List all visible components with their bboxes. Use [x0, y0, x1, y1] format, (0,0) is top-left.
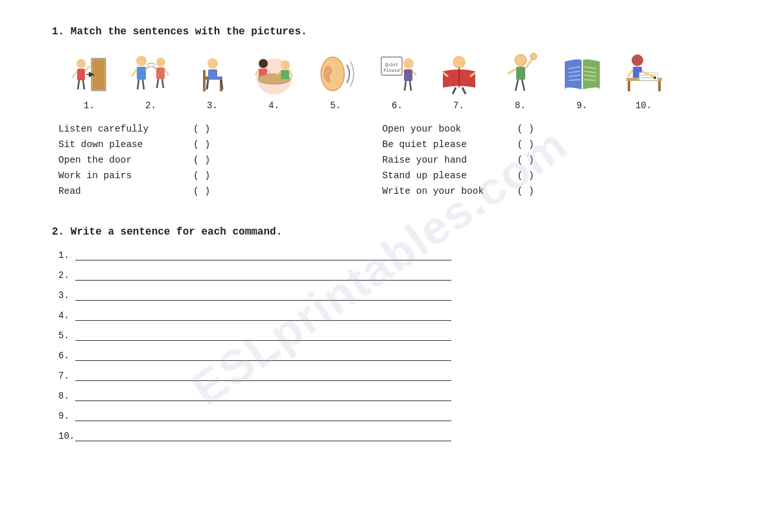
- write-line-row-2: 2.: [58, 270, 706, 281]
- match-bracket-3: ( ): [193, 155, 210, 165]
- svg-rect-4: [77, 69, 85, 80]
- match-row-r1: Open your book ( ): [383, 124, 707, 134]
- match-text-3: Open the door: [58, 155, 188, 165]
- match-bracket-4: ( ): [193, 170, 210, 181]
- svg-line-7: [78, 80, 79, 89]
- line-num-6: 6.: [58, 351, 75, 361]
- svg-line-19: [157, 79, 158, 88]
- svg-line-6: [85, 66, 90, 71]
- write-line-row-9: 9.: [58, 410, 706, 421]
- pic-label-2: 2.: [145, 100, 156, 111]
- pic-label-5: 5.: [330, 100, 341, 111]
- write-input-8[interactable]: [75, 390, 451, 401]
- svg-text:Please: Please: [383, 68, 399, 73]
- match-text-r5: Write on your book: [383, 186, 512, 196]
- section1-title: 1. Match the sentences with the pictures…: [52, 26, 706, 38]
- write-input-3[interactable]: [75, 290, 451, 301]
- svg-point-25: [207, 58, 218, 69]
- svg-line-8: [83, 80, 84, 89]
- book-icon: [560, 52, 605, 96]
- match-text-2: Sit down please: [58, 139, 188, 150]
- pic-box-9: [556, 49, 608, 98]
- pic-item-4: 4.: [243, 49, 305, 111]
- match-text-r4: Stand up please: [383, 170, 512, 181]
- svg-point-36: [281, 60, 290, 69]
- pic-item-7: 7.: [428, 49, 490, 111]
- line-num-10: 10.: [58, 431, 75, 441]
- svg-line-13: [137, 80, 139, 89]
- match-text-5: Read: [58, 186, 188, 196]
- svg-line-20: [162, 79, 163, 88]
- write-input-7[interactable]: [75, 370, 451, 381]
- write-line-row-1: 1.: [58, 249, 706, 260]
- pic-box-2: [125, 49, 177, 98]
- hand-icon: [498, 52, 543, 96]
- svg-rect-77: [658, 81, 661, 91]
- svg-line-14: [143, 80, 144, 89]
- svg-rect-27: [208, 76, 221, 80]
- match-text-4: Work in pairs: [58, 170, 188, 181]
- line-num-4: 4.: [58, 310, 75, 321]
- pic-box-1: [64, 49, 115, 98]
- write-input-1[interactable]: [75, 249, 451, 260]
- pic-label-4: 4.: [268, 100, 279, 111]
- svg-line-48: [412, 71, 416, 75]
- pic-item-2: 2.: [120, 49, 182, 111]
- match-text-r1: Open your book: [383, 124, 512, 134]
- svg-point-57: [515, 54, 527, 66]
- svg-line-71: [584, 80, 596, 80]
- match-row-r3: Raise your hand ( ): [383, 155, 707, 165]
- match-text-r2: Be quiet please: [383, 139, 512, 150]
- svg-line-61: [515, 80, 518, 91]
- line-num-9: 9.: [58, 411, 75, 421]
- svg-line-49: [405, 81, 406, 91]
- match-row-4: Work in pairs ( ): [58, 170, 383, 181]
- svg-line-56: [462, 87, 466, 94]
- match-row-2: Sit down please ( ): [58, 139, 383, 150]
- pic-item-10: 10.: [613, 49, 674, 111]
- write-input-4[interactable]: [75, 310, 451, 321]
- pic-item-8: 8.: [490, 49, 551, 111]
- write-line-row-8: 8.: [58, 390, 706, 401]
- write-input-10[interactable]: [75, 430, 451, 441]
- write-input-2[interactable]: [75, 270, 451, 281]
- write-line-row-5: 5.: [58, 330, 706, 341]
- match-row-r4: Stand up please ( ): [383, 170, 707, 181]
- pic-item-3: 3.: [182, 49, 243, 111]
- workpairs-icon: [252, 52, 297, 96]
- door-icon: [67, 52, 112, 96]
- write-input-5[interactable]: [75, 330, 451, 341]
- talking-icon: [128, 52, 174, 96]
- svg-point-9: [136, 56, 147, 66]
- line-num-1: 1.: [58, 250, 75, 260]
- match-bracket-r5: ( ): [517, 186, 534, 196]
- listen-icon: [313, 52, 359, 96]
- pic-box-8: [495, 49, 547, 98]
- match-right-col: Open your book ( ) Be quiet please ( ) R…: [383, 124, 707, 202]
- svg-line-29: [221, 80, 222, 89]
- pic-box-5: [310, 49, 362, 98]
- svg-rect-76: [628, 81, 630, 91]
- match-left-col: Listen carefully ( ) Sit down please ( )…: [58, 124, 383, 202]
- matching-area: Listen carefully ( ) Sit down please ( )…: [58, 124, 706, 202]
- pic-box-3: [187, 49, 239, 98]
- line-num-8: 8.: [58, 391, 75, 401]
- svg-point-15: [156, 58, 165, 67]
- svg-line-84: [628, 70, 633, 76]
- svg-text:Quiet: Quiet: [385, 62, 398, 67]
- write-input-9[interactable]: [75, 410, 451, 421]
- write-input-6[interactable]: [75, 350, 451, 361]
- svg-point-63: [530, 53, 537, 60]
- svg-line-5: [72, 71, 77, 78]
- match-bracket-r4: ( ): [517, 170, 534, 181]
- sitting-icon: [190, 52, 235, 96]
- svg-point-31: [259, 59, 268, 68]
- match-bracket-2: ( ): [193, 139, 210, 150]
- pic-box-10: [618, 49, 670, 98]
- pic-label-6: 6.: [392, 100, 403, 111]
- svg-rect-10: [137, 67, 146, 80]
- write-line-row-3: 3.: [58, 290, 706, 301]
- pic-label-9: 9.: [576, 100, 587, 111]
- match-text-r3: Raise your hand: [383, 155, 512, 165]
- write-lines: 1. 2. 3. 4. 5. 6. 7. 8.: [58, 249, 706, 441]
